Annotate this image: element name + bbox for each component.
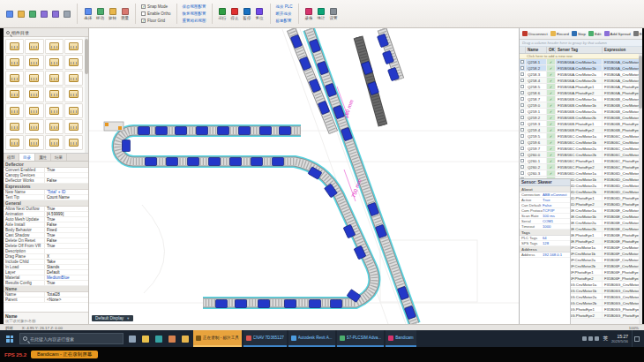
sensor-property-value[interactable]: 64	[543, 236, 570, 240]
ime-indicator[interactable]: 英	[603, 336, 608, 342]
taskbar-app-button[interactable]: Autodesk Revit A...	[288, 330, 335, 347]
tray-icons[interactable]	[580, 336, 599, 341]
property-value[interactable]: Take	[45, 260, 88, 264]
carton-box[interactable]	[310, 300, 321, 308]
row-checkbox[interactable]	[520, 152, 526, 157]
carton-box[interactable]	[209, 158, 221, 166]
sensor-property-value[interactable]: False	[543, 203, 570, 207]
edge-button[interactable]	[152, 330, 165, 347]
property-value[interactable]: MediumBlue	[45, 275, 88, 280]
property-value[interactable]: True	[45, 207, 88, 211]
carton-box[interactable]	[167, 158, 178, 166]
ribbon-link[interactable]: 断开连接	[276, 11, 293, 17]
row-checkbox[interactable]	[520, 146, 526, 151]
table-row[interactable]: Q259.1✓F35B/06B.CnvMotor2aF35B06B_CnvMot…	[520, 109, 642, 115]
sensor-property-value[interactable]: TCP/IP	[543, 208, 570, 213]
carton-box[interactable]	[156, 127, 168, 135]
ribbon-checkbox[interactable]: ✓Snap Mode	[141, 4, 171, 10]
grid-header-expr[interactable]: Expression	[603, 47, 642, 53]
sensor-property-value[interactable]: 128	[543, 241, 570, 245]
property-value[interactable]: Total28	[45, 292, 88, 297]
spiral-conveyor-icon[interactable]	[64, 39, 83, 54]
taskbar-app-button[interactable]: CNAV 7D365127	[243, 330, 287, 347]
table-row[interactable]: Q259.3✓F35B/06B.PhotoEye1F35B06B_PhotoEy…	[520, 121, 642, 127]
sensor-property-value[interactable]: ABB eConnect	[543, 192, 570, 197]
ribbon-button-undo[interactable]	[40, 10, 49, 19]
property-value[interactable]: True	[45, 168, 88, 172]
property-value[interactable]: True	[45, 281, 88, 285]
ribbon-link[interactable]: 连接 PLC	[276, 4, 293, 10]
timer-block-icon[interactable]	[45, 135, 64, 150]
operator-icon[interactable]	[5, 103, 24, 118]
table-row[interactable]: Q259.5✓F35B/06C.CnvMotor1aF35B06C_CnvMot…	[520, 133, 642, 140]
storage-rack-icon[interactable]	[64, 87, 83, 102]
table-row[interactable]: Q258.2✓F35B/06A.CnvMotor1bF35B06A_CnvMot…	[520, 65, 642, 72]
property-value[interactable]: False	[45, 222, 88, 227]
sidebar-tab-模型[interactable]: 模型	[4, 154, 19, 161]
property-value[interactable]: <None>	[45, 298, 88, 302]
table-row[interactable]: Q260.0✓F35B/06C.CnvMotor2bF35B06C_CnvMot…	[520, 152, 642, 158]
ribbon-button-stop[interactable]: 停止	[230, 7, 240, 21]
carton-box[interactable]	[280, 127, 291, 135]
ribbon-link[interactable]: 保存视图配置	[183, 4, 206, 10]
carton-box[interactable]	[251, 158, 263, 166]
taskbar-clock[interactable]: 15:27 2023/5/16	[611, 334, 628, 343]
display-selector[interactable]: Default Display ▼	[92, 315, 133, 321]
ribbon-button-move-tool[interactable]: 移动	[95, 7, 105, 21]
row-checkbox[interactable]	[520, 127, 526, 132]
row-checkbox[interactable]	[520, 102, 526, 108]
grid-scrollbar[interactable]	[639, 54, 642, 324]
carton-box[interactable]	[258, 300, 270, 308]
ribbon-checkbox[interactable]: ✓Floor Grid	[141, 18, 171, 24]
table-row[interactable]: Q260.2✓F35B/06C.PhotoEye2F35B06C_PhotoEy…	[520, 164, 642, 170]
sidebar-tab-目录[interactable]: 目录	[19, 154, 35, 161]
taskbar-app-button[interactable]: 正在录制 - 标注工具	[193, 330, 242, 347]
carton-box[interactable]	[218, 127, 229, 135]
record-button[interactable]: Record	[550, 31, 569, 36]
property-value[interactable]: True	[45, 244, 88, 248]
carton-box[interactable]	[273, 158, 284, 166]
export-button[interactable]: Export	[633, 31, 642, 36]
property-value[interactable]: Stands	[45, 265, 88, 269]
carton-box[interactable]	[362, 61, 373, 74]
task-view-button[interactable]	[125, 330, 139, 347]
add-spread-button[interactable]: Add Spread	[604, 31, 631, 36]
barcode-scanner-icon[interactable]	[64, 119, 83, 134]
property-value[interactable]: True	[45, 233, 88, 238]
carton-box[interactable]	[309, 79, 320, 92]
row-checkbox[interactable]	[520, 96, 526, 102]
sensor-property-value[interactable]: 1000	[543, 224, 570, 229]
ribbon-checkbox[interactable]: Enable Ortho	[141, 11, 171, 17]
row-checkbox[interactable]	[520, 72, 526, 77]
ribbon-button-statistics[interactable]: 统计	[317, 7, 326, 21]
sensor-property-value[interactable]: True	[543, 198, 570, 202]
notification-center-button[interactable]	[632, 330, 640, 347]
stop-gate-icon[interactable]	[5, 135, 24, 150]
row-checkbox[interactable]	[520, 59, 526, 64]
pusher-icon[interactable]	[64, 103, 83, 118]
ribbon-button-select-tool[interactable]: 选择	[83, 7, 93, 21]
recording-notice[interactable]: Bandicam - 正在录制屏幕	[31, 351, 98, 358]
ribbon-button-save-model[interactable]	[28, 10, 37, 19]
row-checkbox[interactable]	[520, 90, 526, 95]
property-value[interactable]: True	[45, 217, 88, 222]
taskbar-app-button[interactable]: S7-PLCSIM Adva...	[337, 330, 385, 347]
row-checkbox[interactable]	[520, 109, 526, 114]
table-row[interactable]: Q259.4✓F35B/06B.PhotoEye2F35B06B_PhotoEy…	[520, 127, 642, 133]
carton-box[interactable]	[239, 127, 251, 135]
row-checkbox[interactable]	[520, 121, 526, 126]
carton-box[interactable]	[290, 34, 302, 48]
carton-box[interactable]	[197, 127, 208, 135]
table-row[interactable]: Q259.2✓F35B/06B.CnvMotor2bF35B06B_CnvMot…	[520, 115, 642, 121]
carton-box[interactable]	[146, 158, 157, 166]
sidebar-tab-属性[interactable]: 属性	[35, 154, 51, 161]
start-button[interactable]	[2, 330, 18, 347]
ribbon-button-print[interactable]	[63, 10, 71, 19]
table-row[interactable]: Q258.5✓F35B/06A.PhotoEye1F35B06A_PhotoEy…	[520, 84, 642, 90]
grid-header-tag[interactable]: Server Tag	[556, 47, 603, 53]
table-row[interactable]: Q258.7✓F35B/06B.CnvMotor1aF35B06B_CnvMot…	[520, 96, 642, 102]
belt-section-icon[interactable]	[25, 71, 43, 86]
property-value[interactable]: [4.59999]	[45, 212, 88, 216]
ribbon-button-measure-tool[interactable]: 测量	[120, 7, 130, 21]
stop-button[interactable]: Stop	[572, 31, 586, 36]
